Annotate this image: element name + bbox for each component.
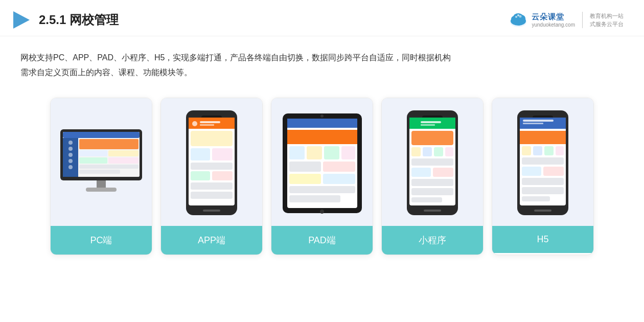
pad-mockup (280, 109, 364, 217)
svg-rect-24 (97, 180, 106, 188)
app-mockup (183, 109, 240, 217)
svg-rect-53 (307, 146, 322, 159)
logo-slogan: 教育机构一站 式服务云平台 (590, 12, 624, 29)
svg-rect-22 (79, 165, 139, 169)
card-pc: PC端 (50, 98, 152, 255)
svg-rect-37 (212, 148, 233, 160)
svg-rect-98 (523, 123, 543, 124)
svg-point-10 (519, 15, 522, 18)
card-pad: PAD端 (271, 98, 373, 255)
svg-rect-95 (522, 196, 550, 201)
svg-rect-77 (411, 197, 442, 202)
svg-rect-35 (191, 131, 233, 146)
svg-rect-23 (79, 170, 120, 174)
logo-text: 云朵课堂 yunduoketang.com (532, 12, 575, 28)
svg-rect-78 (424, 210, 441, 212)
miniapp-mockup (404, 109, 461, 217)
svg-rect-17 (79, 139, 139, 149)
header-left: 2.5.1 网校管理 (10, 9, 119, 31)
card-app-label: APP端 (161, 226, 262, 255)
svg-rect-59 (323, 174, 355, 184)
card-app-image (161, 98, 262, 226)
logo-area: 云朵课堂 yunduoketang.com 教育机构一站 式服务云平台 (508, 11, 624, 29)
svg-rect-74 (433, 168, 453, 177)
svg-rect-21 (108, 157, 139, 164)
card-pc-image (51, 98, 152, 226)
svg-rect-38 (191, 163, 233, 170)
card-h5: H5 (492, 98, 594, 255)
svg-rect-51 (287, 130, 357, 144)
svg-rect-39 (191, 171, 210, 180)
svg-rect-56 (289, 162, 321, 172)
svg-point-30 (68, 165, 73, 169)
svg-rect-70 (434, 147, 443, 156)
svg-rect-18 (79, 150, 107, 156)
svg-rect-41 (191, 182, 233, 190)
svg-rect-67 (411, 131, 453, 145)
svg-point-26 (68, 141, 73, 145)
svg-rect-73 (411, 168, 431, 177)
svg-rect-91 (522, 167, 541, 176)
card-miniapp: 小程序 (381, 98, 484, 255)
card-app: APP端 (160, 98, 263, 255)
svg-point-27 (68, 147, 73, 151)
svg-rect-90 (522, 157, 564, 165)
svg-point-44 (192, 121, 197, 126)
svg-rect-97 (523, 120, 554, 122)
svg-point-49 (320, 114, 324, 118)
svg-rect-80 (421, 124, 435, 126)
svg-rect-88 (544, 146, 554, 155)
svg-rect-86 (522, 146, 531, 155)
svg-rect-50 (287, 119, 357, 128)
svg-rect-19 (108, 150, 139, 156)
svg-rect-76 (411, 188, 453, 195)
svg-rect-20 (79, 157, 107, 164)
device-cards: PC端 (0, 85, 644, 265)
svg-marker-0 (13, 11, 30, 29)
svg-rect-87 (533, 146, 542, 155)
page-title: 2.5.1 网校管理 (39, 12, 119, 28)
logo-cloud (508, 11, 528, 29)
play-icon (10, 9, 32, 31)
svg-rect-54 (324, 146, 339, 159)
svg-point-9 (515, 16, 517, 18)
svg-point-28 (68, 153, 73, 157)
card-h5-image (492, 98, 593, 226)
svg-rect-96 (534, 210, 551, 212)
svg-rect-42 (191, 192, 233, 199)
svg-rect-36 (191, 148, 210, 160)
svg-rect-89 (556, 146, 564, 155)
svg-rect-92 (543, 167, 564, 176)
svg-rect-52 (289, 146, 305, 159)
svg-rect-61 (289, 195, 340, 202)
svg-rect-58 (289, 174, 321, 184)
svg-rect-40 (212, 171, 233, 180)
logo-icon (508, 11, 528, 29)
pc-mockup (58, 128, 145, 197)
svg-rect-45 (200, 121, 220, 123)
h5-mockup (515, 109, 571, 217)
svg-rect-69 (423, 147, 432, 156)
card-pad-label: PAD端 (271, 226, 373, 255)
card-pad-image (271, 98, 373, 226)
logo-divider (582, 12, 583, 28)
svg-rect-55 (341, 146, 355, 159)
svg-rect-60 (289, 186, 355, 193)
card-miniapp-label: 小程序 (382, 226, 483, 255)
svg-rect-25 (86, 188, 117, 192)
svg-point-11 (517, 14, 519, 16)
svg-rect-94 (522, 187, 564, 194)
svg-rect-57 (323, 162, 355, 172)
svg-point-29 (68, 159, 73, 163)
svg-rect-71 (445, 147, 453, 156)
svg-rect-15 (63, 132, 140, 138)
page-header: 2.5.1 网校管理 云朵课堂 yunduoke (0, 0, 644, 36)
svg-rect-85 (520, 131, 566, 144)
svg-rect-68 (411, 147, 421, 156)
svg-rect-93 (522, 178, 564, 185)
svg-point-62 (320, 210, 324, 214)
card-h5-label: H5 (492, 226, 593, 253)
card-pc-label: PC端 (51, 226, 152, 255)
svg-rect-75 (411, 179, 453, 186)
svg-rect-72 (411, 158, 453, 166)
